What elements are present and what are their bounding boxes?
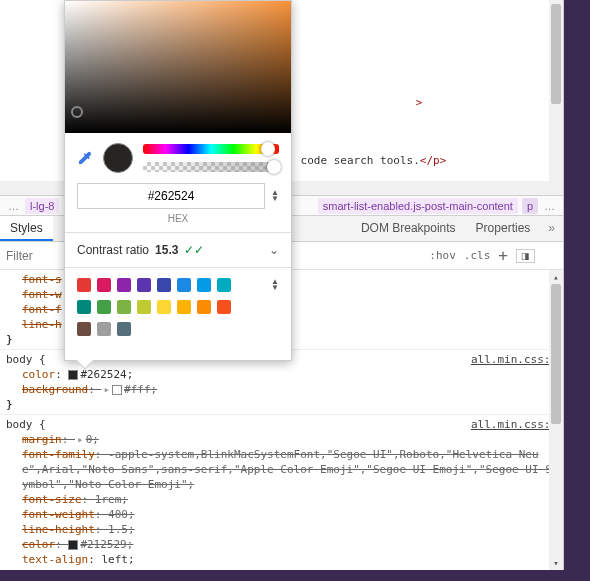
palette-swatch[interactable] [137, 300, 151, 314]
scrollbar-vertical[interactable]: ▴ ▾ [549, 270, 563, 570]
breadcrumb-item[interactable]: l-lg-8 [25, 198, 59, 214]
palette-swatch[interactable] [117, 322, 131, 336]
expand-icon[interactable]: ▸ [77, 433, 84, 446]
palette-swatch[interactable] [97, 278, 111, 292]
scroll-down-icon[interactable]: ▾ [549, 556, 563, 570]
format-switcher[interactable]: ▲▼ [271, 190, 279, 202]
palette-swatch[interactable] [217, 278, 231, 292]
hue-slider[interactable] [143, 144, 279, 154]
palette-swatch[interactable] [97, 300, 111, 314]
html-close-tag: </p> [420, 154, 447, 167]
eyedropper-icon[interactable] [77, 150, 93, 166]
tab-dom-breakpoints[interactable]: DOM Breakpoints [351, 216, 466, 241]
palette-swatch[interactable] [217, 300, 231, 314]
selector[interactable]: body { [6, 352, 46, 367]
css-rule: body { all.min.css:1 margin: ▸0; font-fa… [0, 415, 563, 569]
hov-button[interactable]: :hov [429, 249, 456, 262]
tab-more[interactable]: » [540, 216, 563, 241]
source-link[interactable]: all.min.css:1 [471, 352, 557, 367]
breadcrumb-item[interactable]: smart-list-enabled.js-post-main-content [318, 198, 518, 214]
palette-swatch[interactable] [177, 300, 191, 314]
alpha-handle[interactable] [267, 160, 281, 174]
scroll-up-icon[interactable]: ▴ [549, 270, 563, 284]
palette-swatch[interactable] [97, 322, 111, 336]
alpha-slider[interactable] [143, 162, 279, 172]
breadcrumb-item[interactable]: p [522, 198, 538, 214]
breadcrumb-more-right[interactable]: … [540, 200, 559, 212]
palette-swatch[interactable] [197, 300, 211, 314]
contrast-checks-icon: ✓✓ [184, 243, 204, 257]
color-format-label: HEX [65, 213, 291, 232]
palette-switcher[interactable]: ▲▼ [271, 279, 279, 291]
saturation-canvas[interactable] [65, 1, 291, 133]
scrollbar-vertical[interactable] [549, 0, 563, 195]
palette-swatch[interactable] [117, 278, 131, 292]
new-rule-button[interactable]: + [498, 246, 508, 265]
tab-styles[interactable]: Styles [0, 216, 53, 241]
devtools-window: <p></p> == $0 > code search tools.</p> …… [0, 0, 564, 570]
breadcrumb-more-left[interactable]: … [4, 200, 23, 212]
cls-button[interactable]: .cls [464, 249, 491, 262]
expand-icon[interactable]: ▸ [103, 383, 110, 396]
palette-swatch[interactable] [77, 278, 91, 292]
color-swatch[interactable] [68, 370, 78, 380]
palette-swatch[interactable] [177, 278, 191, 292]
color-swatch[interactable] [68, 540, 78, 550]
chevron-down-icon[interactable]: ⌄ [269, 243, 279, 257]
palette-swatch[interactable] [157, 300, 171, 314]
color-swatch[interactable] [112, 385, 122, 395]
palette-swatch[interactable] [157, 278, 171, 292]
palette-swatch[interactable] [137, 278, 151, 292]
hex-input[interactable] [77, 183, 265, 209]
palette-swatch[interactable] [197, 278, 211, 292]
source-link[interactable]: all.min.css:1 [471, 417, 557, 432]
selector[interactable]: body { [6, 417, 46, 432]
toggle-pane-icon[interactable]: ◨ [516, 249, 535, 263]
palette-swatch[interactable] [77, 322, 91, 336]
palette-swatch[interactable] [77, 300, 91, 314]
palette-swatch[interactable] [117, 300, 131, 314]
color-palette: ▲▼ [65, 268, 291, 360]
saturation-handle[interactable] [71, 106, 83, 118]
tab-properties[interactable]: Properties [466, 216, 541, 241]
hue-handle[interactable] [261, 142, 275, 156]
color-picker-popover: ▲▼ HEX Contrast ratio 15.3 ✓✓ ⌄ ▲▼ [64, 0, 292, 361]
current-color-swatch [103, 143, 133, 173]
contrast-ratio-row[interactable]: Contrast ratio 15.3 ✓✓ ⌄ [65, 232, 291, 268]
